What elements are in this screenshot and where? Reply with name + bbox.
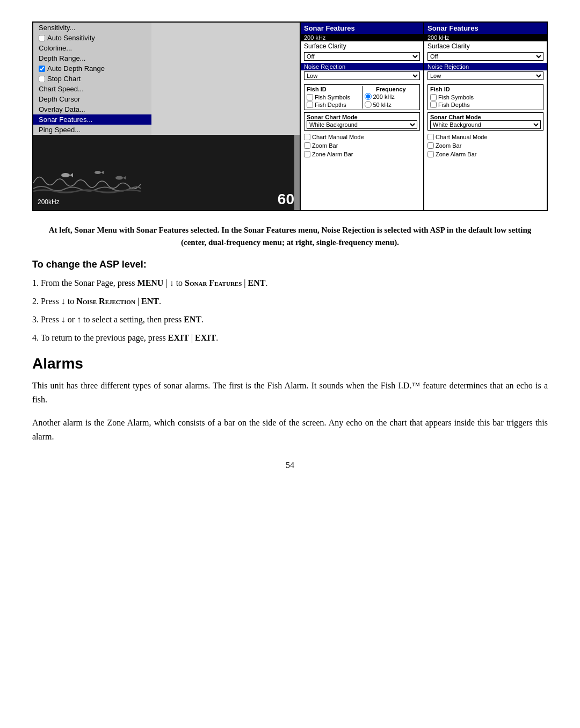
sonar-waves [33,162,141,194]
right-zoom-bar-checkbox[interactable] [427,142,434,149]
menu-auto-sensitivity[interactable]: Auto Sensitivity [33,33,151,43]
alarms-section: Alarms This unit has three different typ… [32,355,548,444]
right-surface-clarity-select-row: Off Low Medium High [424,51,547,63]
right-fish-symbols-checkbox[interactable] [430,94,437,100]
right-noise-rejection-select-row: Low Medium High [424,70,547,82]
right-noise-rejection-header: Noise Rejection [424,63,547,70]
center-fish-symbols-label[interactable]: Fish Symbols [307,93,360,101]
center-surface-clarity-label: Surface Clarity [301,41,423,51]
right-fish-depths-label[interactable]: Fish Depths [430,101,541,109]
right-surface-clarity-select[interactable]: Off Low Medium High [427,52,543,61]
right-noise-rejection-select[interactable]: Low Medium High [427,71,543,80]
center-fish-id-right: Frequency 200 kHz 50 kHz [363,86,418,109]
instruction-heading: To change the ASP level: [32,259,548,270]
depth-number: 60 [278,191,294,208]
center-zoom-bar-checkbox[interactable] [304,142,310,149]
right-sonar-features-panel: Sonar Features 200 kHz Surface Clarity O… [423,23,547,210]
center-zone-alarm-checkbox[interactable] [304,151,310,157]
center-fish-id-cols: Fish ID Fish Symbols Fish Depths Frequen… [307,86,417,109]
right-freq-header: 200 kHz [424,34,547,41]
menu-auto-depth-range[interactable]: Auto Depth Range [33,63,151,74]
center-frequency-label: Frequency [365,86,418,92]
right-zone-alarm-checkbox[interactable] [427,151,434,157]
menu-sensitivity[interactable]: Sensitivity... [33,23,151,33]
scroll-bar [294,135,300,210]
right-chart-manual-checkbox[interactable] [427,134,434,140]
center-noise-rejection-select-row: Low Medium High [301,70,423,82]
right-fish-id-header: Fish ID [430,86,541,92]
svg-marker-1 [70,173,73,177]
right-chart-mode-header: Sonar Chart Mode [430,114,541,120]
menu-sonar-features[interactable]: Sonar Features... [33,114,151,125]
step-2: 2. Press ↓ to Noise Rejection | ENT. [32,295,548,308]
sonar-menu: Sensitivity... Auto Sensitivity Colorlin… [33,23,151,135]
center-noise-rejection-select[interactable]: Low Medium High [304,71,420,80]
menu-colorline[interactable]: Colorline... [33,43,151,53]
center-surface-clarity-select[interactable]: Off Low Medium High [304,52,420,61]
menu-ping-speed[interactable]: Ping Speed... [33,125,151,135]
center-fish-depths-label[interactable]: Fish Depths [307,101,360,109]
sonar-display: 200kHz 60 [33,135,300,210]
auto-depth-range-checkbox[interactable] [39,66,45,72]
right-zoom-bar-label[interactable]: Zoom Bar [424,141,547,150]
page-number: 54 [32,460,548,470]
right-fish-symbols-label[interactable]: Fish Symbols [430,93,541,101]
center-surface-clarity-select-row: Off Low Medium High [301,51,423,63]
auto-sensitivity-checkbox[interactable] [39,35,45,41]
right-zone-alarm-label[interactable]: Zone Alarm Bar [424,150,547,158]
svg-marker-5 [123,176,126,179]
screenshot-container: Sensitivity... Auto Sensitivity Colorlin… [32,21,548,211]
caption: At left, Sonar Menu with Sonar Features … [32,224,548,248]
alarms-para1: This unit has three different types of s… [32,379,548,407]
svg-point-2 [95,171,101,174]
instructions-section: To change the ASP level: 1. From the Son… [32,259,548,344]
center-panel-title: Sonar Features [301,23,423,34]
menu-depth-range[interactable]: Depth Range... [33,53,151,63]
menu-depth-cursor[interactable]: Depth Cursor [33,94,151,104]
left-screenshot: Sensitivity... Auto Sensitivity Colorlin… [33,23,300,210]
svg-point-4 [115,176,123,180]
alarms-para2: Another alarm is the Zone Alarm, which c… [32,416,548,444]
right-chart-manual-mode-label[interactable]: Chart Manual Mode [424,133,547,141]
center-fish-id-left: Fish ID Fish Symbols Fish Depths [307,86,363,109]
center-freq-header: 200 kHz [301,34,423,41]
right-surface-clarity-label: Surface Clarity [424,41,547,51]
center-200khz-label[interactable]: 200 kHz [365,92,418,100]
right-panel-title: Sonar Features [424,23,547,34]
svg-marker-3 [101,171,104,174]
center-chart-manual-mode-label[interactable]: Chart Manual Mode [301,133,423,141]
menu-chart-speed[interactable]: Chart Speed... [33,84,151,94]
center-fish-depths-checkbox[interactable] [307,102,313,108]
menu-overlay-data[interactable]: Overlay Data... [33,104,151,114]
center-chart-manual-checkbox[interactable] [304,134,310,140]
menu-stop-chart[interactable]: Stop Chart [33,74,151,84]
center-fish-id-section: Fish ID Fish Symbols Fish Depths Frequen… [304,84,420,110]
center-chart-mode-select[interactable]: White Background Black Background [307,120,417,129]
right-fish-id-section: Fish ID Fish Symbols Fish Depths [427,84,543,110]
center-200khz-radio[interactable] [365,93,372,100]
center-chart-mode-header: Sonar Chart Mode [307,114,417,120]
center-zone-alarm-label[interactable]: Zone Alarm Bar [301,150,423,158]
left-top: Sensitivity... Auto Sensitivity Colorlin… [33,23,300,135]
right-fish-depths-checkbox[interactable] [430,102,437,108]
center-sonar-features-panel: Sonar Features 200 kHz Surface Clarity O… [300,23,423,210]
right-chart-mode-select[interactable]: White Background Black Background [430,120,541,129]
step-3: 3. Press ↓ or ↑ to select a setting, the… [32,313,548,326]
step-1: 1. From the Sonar Page, press MENU | ↓ t… [32,277,548,290]
alarms-title: Alarms [32,355,548,372]
center-zoom-bar-label[interactable]: Zoom Bar [301,141,423,150]
center-fish-symbols-checkbox[interactable] [307,94,313,100]
svg-point-0 [61,173,70,177]
right-chart-mode-section: Sonar Chart Mode White Background Black … [427,112,543,131]
center-50khz-label[interactable]: 50 kHz [365,100,418,109]
center-fish-id-header: Fish ID [307,86,360,92]
center-noise-rejection-header: Noise Rejection [301,63,423,70]
center-chart-mode-section: Sonar Chart Mode White Background Black … [304,112,420,131]
center-50khz-radio[interactable] [365,101,372,108]
stop-chart-checkbox[interactable] [39,76,45,82]
freq-label: 200kHz [38,198,60,206]
step-4: 4. To return to the previous page, press… [32,331,548,344]
